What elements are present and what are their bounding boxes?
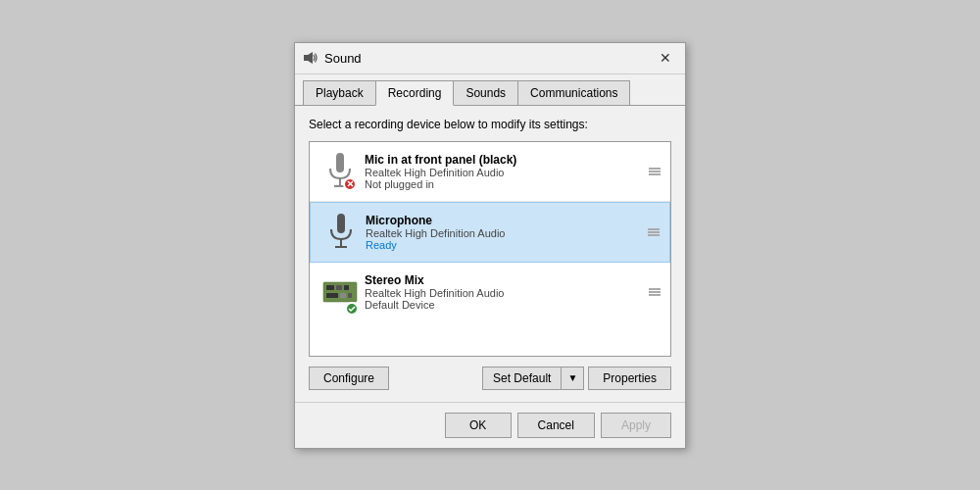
tab-content: Select a recording device below to modif…	[295, 105, 685, 402]
device-item-mic-front[interactable]: Mic in at front panel (black) Realtek Hi…	[310, 142, 670, 202]
status-dot-red	[343, 177, 357, 191]
scroll-line	[648, 231, 660, 233]
scroll-line	[648, 234, 660, 236]
scroll-lines-3	[649, 288, 661, 296]
tab-bar: Playback Recording Sounds Communications	[295, 74, 685, 106]
tab-playback[interactable]: Playback	[303, 80, 376, 106]
instruction-text: Select a recording device below to modif…	[309, 118, 671, 131]
svg-rect-7	[337, 214, 345, 233]
device-list: Mic in at front panel (black) Realtek Hi…	[309, 141, 671, 357]
ok-button[interactable]: OK	[445, 413, 512, 438]
dialog-footer: OK Cancel Apply	[295, 402, 685, 448]
svg-rect-0	[304, 55, 308, 61]
tab-recording[interactable]: Recording	[375, 80, 455, 106]
properties-button[interactable]: Properties	[588, 367, 671, 390]
sound-dialog: Sound ✕ Playback Recording Sounds Commun…	[294, 42, 686, 449]
device-status-mic-front: Not plugged in	[365, 178, 649, 190]
device-status-stereo-mix: Default Device	[365, 299, 649, 311]
title-bar-left: Sound	[303, 50, 362, 66]
device-info-mic-front: Mic in at front panel (black) Realtek Hi…	[361, 153, 649, 190]
device-icon-microphone	[320, 209, 362, 256]
scroll-line	[649, 168, 661, 170]
microphone-icon-2	[325, 212, 357, 253]
set-default-dropdown-button[interactable]: ▼	[561, 367, 584, 390]
set-default-group: Set Default ▼ Properties	[482, 367, 671, 390]
bottom-buttons: Configure Set Default ▼ Properties	[309, 367, 671, 390]
x-icon	[347, 180, 354, 187]
device-driver-stereo-mix: Realtek High Definition Audio	[365, 287, 649, 299]
title-bar: Sound ✕	[295, 43, 685, 74]
svg-rect-16	[348, 293, 352, 298]
device-info-microphone: Microphone Realtek High Definition Audio…	[362, 214, 648, 251]
apply-button[interactable]: Apply	[601, 413, 671, 438]
device-name-stereo-mix: Stereo Mix	[365, 273, 649, 287]
svg-rect-2	[336, 153, 344, 172]
status-dot-green	[345, 302, 359, 316]
scroll-line	[648, 228, 660, 230]
scroll-lines-2	[648, 228, 660, 236]
svg-marker-1	[308, 52, 313, 64]
device-item-stereo-mix[interactable]: Stereo Mix Realtek High Definition Audio…	[310, 263, 670, 321]
svg-rect-12	[336, 285, 342, 290]
svg-rect-11	[326, 285, 334, 290]
device-icon-mic-front	[319, 148, 361, 195]
device-icon-stereo-mix	[319, 269, 361, 316]
device-driver-mic-front: Realtek High Definition Audio	[365, 167, 649, 178]
tab-communications[interactable]: Communications	[517, 80, 630, 106]
device-name-mic-front: Mic in at front panel (black)	[365, 153, 649, 167]
scroll-line	[649, 171, 661, 172]
sound-icon	[303, 50, 318, 66]
checkmark-icon	[348, 305, 356, 313]
scroll-line	[649, 288, 661, 290]
scroll-line	[649, 294, 661, 296]
scroll-line	[649, 291, 661, 293]
scroll-line	[649, 173, 661, 175]
svg-rect-14	[326, 293, 338, 298]
cancel-button[interactable]: Cancel	[517, 413, 595, 438]
device-info-stereo-mix: Stereo Mix Realtek High Definition Audio…	[361, 273, 649, 311]
device-driver-microphone: Realtek High Definition Audio	[366, 227, 648, 239]
close-button[interactable]: ✕	[654, 46, 677, 70]
tab-sounds[interactable]: Sounds	[453, 80, 518, 106]
dialog-title: Sound	[324, 51, 362, 66]
device-item-microphone[interactable]: Microphone Realtek High Definition Audio…	[310, 202, 670, 263]
device-name-microphone: Microphone	[366, 214, 648, 227]
svg-rect-15	[340, 293, 346, 298]
set-default-button[interactable]: Set Default	[482, 367, 561, 390]
device-status-microphone: Ready	[366, 239, 648, 251]
configure-button[interactable]: Configure	[309, 367, 389, 390]
svg-rect-13	[344, 285, 349, 290]
scroll-lines-1	[649, 168, 661, 175]
